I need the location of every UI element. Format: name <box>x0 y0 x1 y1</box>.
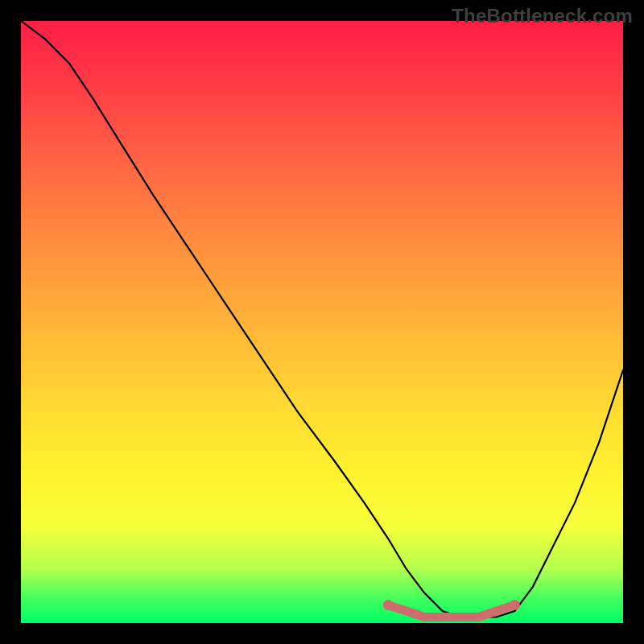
chart-container: TheBottleneck.com <box>0 0 644 644</box>
heat-gradient-background <box>21 21 623 623</box>
plot-area <box>21 21 623 623</box>
